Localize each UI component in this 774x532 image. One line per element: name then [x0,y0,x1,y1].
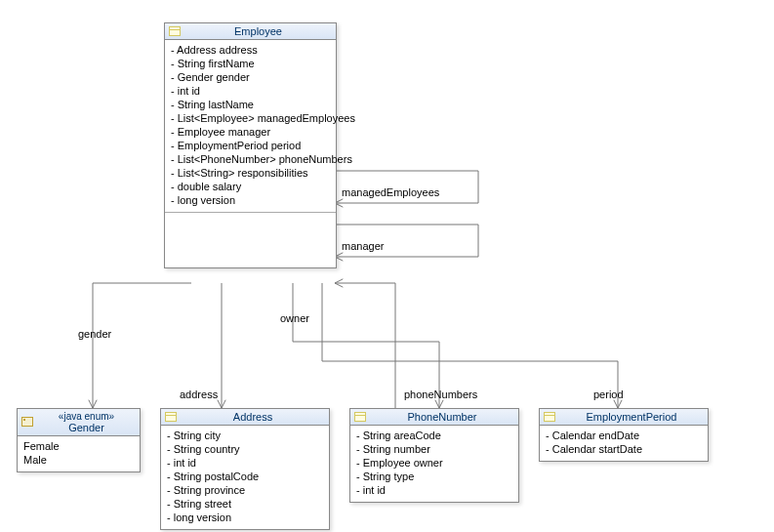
attr: - Calendar endDate [546,429,702,442]
class-body: - String areaCode - String number - Empl… [350,426,518,502]
attr: - String postalCode [167,470,323,483]
edge-gender [93,283,191,408]
attr: - List<PhoneNumber> phoneNumbers [171,152,330,166]
edge-label-address: address [180,389,218,400]
class-phonenumber[interactable]: PhoneNumber - String areaCode - String n… [349,408,519,503]
attr: - String areaCode [356,429,512,442]
edge-label-owner: owner [280,312,309,324]
edge-label-period: period [593,389,624,400]
class-employmentperiod[interactable]: EmploymentPeriod - Calendar endDate - Ca… [539,408,709,462]
class-title: EmploymentPeriod [559,411,704,423]
edge-owner [335,283,395,408]
enum-icon [21,417,33,427]
attr: - long version [167,511,323,524]
attr: - double salary [171,180,330,193]
class-gender[interactable]: «java enum» Gender Female Male [17,408,141,472]
class-title: «java enum» Gender [37,411,136,433]
attr: - List<Employee> managedEmployees [171,111,330,125]
class-body: Female Male [18,436,140,471]
literal: Female [23,439,134,453]
attr: - String number [356,442,512,456]
attr: - Gender gender [171,70,330,84]
attr: - Employee manager [171,125,330,139]
class-header: Address [161,409,329,426]
attr: - String firstName [171,57,330,70]
attr: - EmploymentPeriod period [171,139,330,152]
class-title: Employee [184,25,332,37]
stereotype: «java enum» [37,411,136,422]
class-empty-compartment [165,212,336,267]
attr: - Employee owner [356,456,512,470]
edge-label-phonenumbers: phoneNumbers [404,389,477,400]
attr: - Address address [171,43,330,57]
attr: - long version [171,193,330,207]
attr: - List<String> responsibilities [171,166,330,180]
class-icon [165,412,177,422]
class-icon [169,26,181,36]
class-title: Address [181,411,325,423]
class-body: - Address address - String firstName - G… [165,40,336,212]
uml-diagram: gender address owner phoneNumbers period… [0,0,774,532]
class-icon [354,412,366,422]
attr: - String country [167,442,323,456]
attr: - String street [167,497,323,511]
class-header: Employee [165,23,336,40]
edge-label-gender: gender [78,328,111,340]
attr: - int id [167,456,323,470]
attr: - String lastName [171,98,330,111]
class-employee[interactable]: Employee - Address address - String firs… [164,22,337,268]
attr: - Calendar startDate [546,442,702,456]
attr: - String province [167,483,323,497]
class-header: «java enum» Gender [18,409,140,436]
class-icon [544,412,555,422]
class-body: - String city - String country - int id … [161,426,329,529]
class-address[interactable]: Address - String city - String country -… [160,408,330,530]
attr: - int id [171,84,330,98]
class-header: PhoneNumber [350,409,518,426]
attr: - int id [356,483,512,497]
edge-label-manager: manager [342,240,384,252]
literal: Male [23,453,134,467]
attr: - String city [167,429,323,442]
class-header: EmploymentPeriod [540,409,708,426]
class-body: - Calendar endDate - Calendar startDate [540,426,708,461]
attr: - String type [356,470,512,483]
class-title: PhoneNumber [370,411,514,423]
edge-label-managedemployees: managedEmployees [342,186,439,198]
